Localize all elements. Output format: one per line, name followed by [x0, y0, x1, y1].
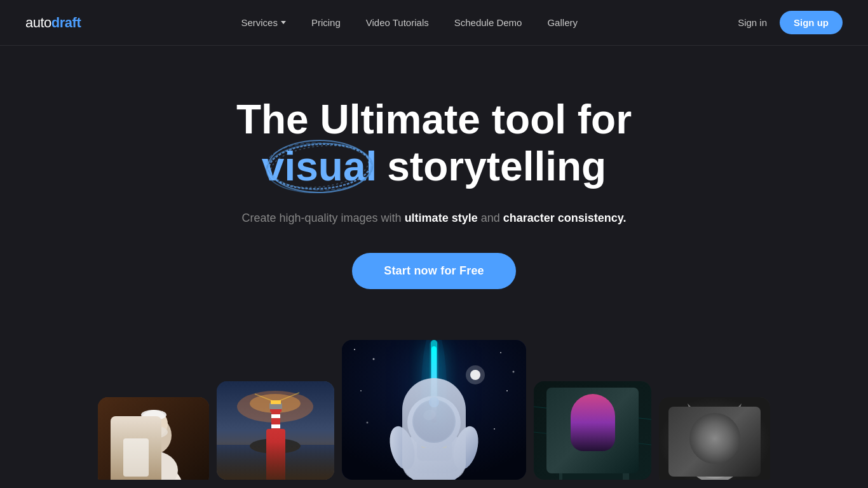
svg-point-48 — [422, 408, 437, 422]
svg-point-46 — [412, 400, 456, 443]
svg-point-2 — [269, 142, 370, 193]
nav-video-tutorials[interactable]: Video Tutorials — [366, 17, 429, 28]
svg-rect-20 — [271, 414, 280, 418]
logo[interactable]: autodraft — [25, 15, 81, 31]
gallery-card-cyberpunk — [534, 381, 651, 480]
svg-point-71 — [686, 415, 744, 478]
gallery-card-wolf — [659, 397, 770, 480]
svg-point-83 — [722, 440, 728, 446]
svg-point-11 — [141, 410, 166, 420]
svg-point-34 — [367, 421, 369, 423]
svg-point-28 — [354, 349, 355, 350]
gallery-card-lighthouse — [217, 381, 334, 480]
svg-point-9 — [147, 420, 151, 424]
svg-point-61 — [595, 429, 605, 435]
hero-subtitle: Create high-quality images with ultimate… — [242, 209, 627, 227]
svg-rect-42 — [402, 435, 466, 473]
svg-point-55 — [570, 407, 614, 464]
cta-start-free-button[interactable]: Start now for Free — [352, 253, 516, 289]
svg-line-87 — [686, 453, 693, 454]
svg-line-54 — [534, 432, 651, 445]
svg-rect-21 — [271, 424, 280, 428]
svg-point-47 — [414, 401, 454, 442]
hero-visual-word: visual — [262, 144, 377, 191]
wolf-image — [659, 397, 770, 480]
gallery-section — [0, 340, 868, 480]
navbar: autodraft Services Pricing Video Tutoria… — [0, 0, 868, 46]
svg-point-60 — [581, 430, 588, 434]
svg-point-84 — [709, 452, 721, 460]
svg-rect-69 — [659, 397, 770, 480]
svg-point-59 — [580, 429, 590, 435]
logo-draft: draft — [51, 15, 81, 31]
svg-marker-75 — [728, 408, 739, 421]
logo-auto: auto — [25, 15, 51, 31]
hero-section: The Ultimate tool for visual storytellin… — [0, 46, 868, 327]
svg-rect-44 — [421, 443, 447, 448]
svg-line-89 — [734, 453, 740, 454]
svg-point-29 — [373, 358, 375, 360]
sign-in-button[interactable]: Sign in — [738, 17, 767, 28]
svg-marker-73 — [726, 403, 742, 423]
cyberpunk-image — [534, 381, 651, 480]
svg-point-49 — [429, 397, 439, 407]
svg-marker-72 — [688, 403, 703, 423]
svg-point-78 — [698, 437, 712, 449]
svg-point-31 — [513, 370, 515, 372]
astronaut-image — [342, 340, 526, 480]
svg-point-77 — [701, 448, 729, 473]
svg-point-37 — [466, 365, 485, 384]
svg-point-57 — [586, 395, 599, 421]
svg-point-80 — [702, 440, 707, 446]
svg-point-35 — [494, 428, 495, 430]
svg-point-81 — [718, 437, 732, 449]
svg-marker-74 — [691, 408, 702, 421]
nav-gallery[interactable]: Gallery — [547, 17, 578, 28]
hero-title: The Ultimate tool for visual storytellin… — [236, 97, 632, 190]
svg-point-1 — [266, 142, 372, 193]
chevron-down-icon — [281, 21, 286, 24]
svg-rect-65 — [569, 431, 578, 436]
svg-point-17 — [250, 438, 301, 454]
lighthouse-image — [217, 381, 334, 480]
nav-actions: Sign in Sign up — [738, 11, 843, 34]
sign-up-button[interactable]: Sign up — [780, 11, 843, 34]
svg-point-40 — [421, 340, 447, 454]
svg-point-33 — [506, 390, 508, 391]
gallery-card-old-man — [98, 397, 209, 480]
svg-point-58 — [592, 400, 609, 423]
svg-rect-52 — [534, 381, 651, 480]
svg-point-85 — [711, 454, 715, 456]
svg-point-32 — [360, 390, 362, 391]
svg-point-0 — [268, 142, 371, 191]
svg-rect-68 — [562, 466, 623, 480]
svg-rect-38 — [431, 340, 437, 480]
nav-schedule-demo[interactable]: Schedule Demo — [454, 17, 522, 28]
svg-rect-22 — [271, 435, 280, 438]
svg-point-70 — [683, 413, 747, 480]
svg-rect-64 — [581, 444, 604, 456]
svg-rect-16 — [217, 445, 334, 480]
gallery-card-astronaut — [342, 340, 526, 480]
svg-line-53 — [534, 407, 651, 419]
svg-point-10 — [157, 420, 161, 424]
svg-point-30 — [500, 352, 501, 353]
svg-rect-27 — [342, 340, 526, 480]
svg-point-63 — [590, 438, 595, 442]
svg-point-82 — [721, 438, 729, 447]
svg-point-56 — [573, 400, 595, 426]
svg-rect-4 — [98, 397, 209, 480]
nav-services[interactable]: Services — [241, 17, 286, 28]
svg-point-62 — [597, 430, 603, 434]
svg-point-79 — [700, 438, 709, 447]
nav-links: Services Pricing Video Tutorials Schedul… — [241, 17, 578, 29]
old-man-image — [98, 397, 209, 480]
hero-storytelling: storytelling — [387, 144, 606, 191]
svg-point-12 — [140, 426, 168, 438]
svg-point-45 — [407, 396, 461, 449]
svg-line-88 — [735, 445, 742, 448]
svg-point-76 — [696, 435, 734, 471]
nav-pricing[interactable]: Pricing — [311, 17, 341, 28]
svg-rect-43 — [417, 438, 452, 461]
svg-rect-66 — [570, 432, 577, 435]
